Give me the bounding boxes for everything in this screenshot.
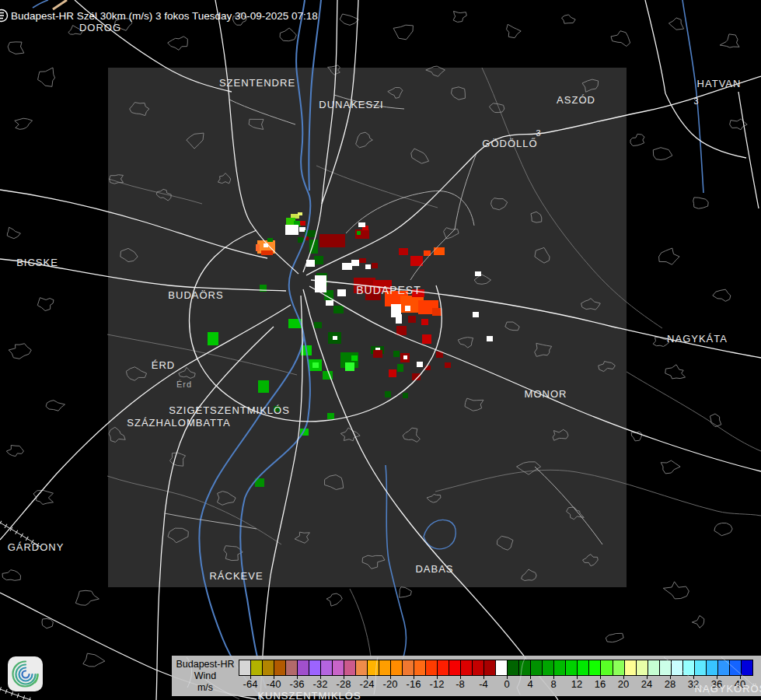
settlement-outline bbox=[665, 365, 686, 379]
settlement-outline bbox=[6, 446, 23, 457]
colorbar-tick-label: 12 bbox=[571, 678, 582, 690]
settlement-outline bbox=[42, 618, 53, 628]
colorbar-cell bbox=[239, 660, 250, 675]
settlement-outline bbox=[280, 28, 296, 41]
colorbar-cell bbox=[460, 660, 472, 675]
radar-echo bbox=[357, 231, 361, 235]
radar-echo bbox=[403, 393, 408, 398]
colorbar-cell bbox=[309, 660, 320, 675]
colorbar-tick-label: 20 bbox=[618, 678, 629, 690]
colorbar-tick-label: -12 bbox=[430, 678, 445, 690]
radar-echo bbox=[403, 355, 407, 359]
spiral-logo-icon bbox=[8, 656, 43, 691]
colorbar-cell bbox=[402, 660, 414, 675]
settlement-outline bbox=[659, 248, 680, 264]
settlement-outline bbox=[713, 289, 731, 301]
settlement-outline bbox=[75, 590, 99, 605]
settlement-outline bbox=[340, 14, 358, 25]
small-stream bbox=[33, 0, 48, 8]
settlement-outline bbox=[630, 134, 644, 145]
radar-echo bbox=[345, 362, 354, 371]
colorbar-cell bbox=[741, 660, 752, 675]
colorbar-cell bbox=[659, 660, 671, 675]
colorbar-cell bbox=[530, 660, 542, 675]
colorbar-cell bbox=[648, 660, 659, 675]
radar-echo bbox=[417, 362, 423, 367]
colorbar-cell bbox=[449, 660, 460, 675]
radar-echo bbox=[298, 212, 302, 215]
radar-echo bbox=[358, 222, 365, 227]
radar-echo bbox=[393, 351, 400, 357]
colorbar-tick-label: 36 bbox=[711, 678, 722, 690]
colorbar-cell bbox=[250, 660, 262, 675]
radar-echo bbox=[372, 263, 378, 268]
radar-echo bbox=[421, 319, 428, 325]
settlement-outline bbox=[393, 25, 413, 40]
colorbar-cell bbox=[320, 660, 332, 675]
colorbar-cell bbox=[588, 660, 600, 675]
radar-echo bbox=[300, 221, 305, 226]
colorbar-cell bbox=[425, 660, 437, 675]
radar-echo bbox=[373, 280, 392, 292]
radar-echo bbox=[333, 306, 344, 313]
radar-echo bbox=[410, 256, 423, 266]
radar-echo bbox=[285, 225, 298, 235]
colorbar-cell bbox=[355, 660, 367, 675]
radar-echo bbox=[432, 308, 442, 316]
settlement-outline bbox=[663, 582, 689, 599]
colorbar-cell bbox=[367, 660, 379, 675]
settlement-outline bbox=[453, 11, 466, 22]
radar-coverage-area bbox=[108, 68, 627, 587]
radar-echo bbox=[314, 322, 322, 328]
colorbar-cell bbox=[706, 660, 717, 675]
settlement-outline bbox=[7, 227, 20, 239]
radar-echo bbox=[487, 336, 493, 341]
radar-echo bbox=[351, 355, 358, 361]
colorbar-tick-label: -40 bbox=[267, 678, 281, 690]
radar-echo bbox=[399, 248, 408, 255]
colorbar-cell bbox=[542, 660, 553, 675]
colorbar-cell bbox=[507, 660, 518, 675]
radar-echo bbox=[422, 334, 431, 344]
settlement-outline bbox=[9, 344, 31, 359]
radar-echo bbox=[337, 289, 346, 296]
colorbar-cell bbox=[600, 660, 612, 675]
radar-echo bbox=[351, 260, 359, 266]
settlement-outline bbox=[692, 615, 704, 628]
colorbar-tick-label: 40 bbox=[735, 678, 745, 690]
radar-echo bbox=[385, 391, 391, 397]
colorbar-tick-label: 32 bbox=[688, 678, 699, 690]
radar-echo bbox=[373, 350, 382, 358]
colorbar-cell bbox=[483, 660, 495, 675]
colorbar-cell bbox=[379, 660, 390, 675]
colorbar-cell bbox=[671, 660, 682, 675]
settlement-outline bbox=[714, 523, 732, 536]
colorbar-tick-label: -16 bbox=[407, 678, 421, 690]
colorbar-cell bbox=[717, 660, 729, 675]
map-canvas bbox=[0, 0, 761, 700]
radar-echo bbox=[365, 264, 371, 269]
radar-echo bbox=[396, 314, 402, 324]
radar-echo bbox=[405, 306, 410, 311]
colorbar-tick-label: -32 bbox=[313, 678, 328, 690]
colorbar-tick-label: 0 bbox=[504, 678, 509, 690]
settlement-outline bbox=[46, 401, 65, 411]
colorbar-cell bbox=[390, 660, 402, 675]
legend-panel: Budapest-HR Wind m/s -64-40-36-32-28-24-… bbox=[172, 656, 761, 696]
settlement-outline bbox=[400, 587, 412, 598]
radar-echo bbox=[274, 406, 280, 411]
colorbar-cell bbox=[624, 660, 636, 675]
radar-echo bbox=[208, 332, 218, 345]
colorbar-cell bbox=[577, 660, 588, 675]
radar-echo bbox=[267, 238, 273, 242]
settlement-outline bbox=[668, 18, 683, 30]
colorbar-cell bbox=[694, 660, 706, 675]
colorbar-tick-label: 8 bbox=[550, 678, 556, 690]
radar-screenshot: Budapest-HR Wind m/s -64-40-36-32-28-24-… bbox=[0, 0, 761, 700]
legend-unit: m/s bbox=[172, 682, 239, 694]
settlement-outline bbox=[2, 570, 21, 581]
logo-partial-icon bbox=[0, 8, 9, 23]
colorbar-cell bbox=[636, 660, 648, 675]
settlement-outline bbox=[8, 42, 24, 54]
radar-echo bbox=[473, 312, 479, 317]
